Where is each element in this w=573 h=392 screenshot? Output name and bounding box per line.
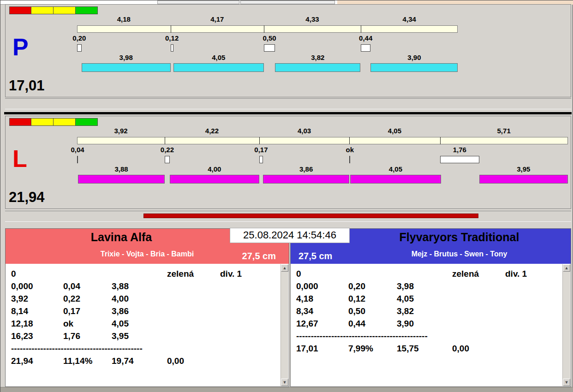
lane-letter: P bbox=[12, 35, 29, 59]
run-time-label: 4,05 bbox=[389, 165, 402, 173]
table-row: 21,9411,14%19,740,00 bbox=[11, 355, 277, 367]
lane-chart-p: 4,180,203,984,170,124,054,330,503,824,34… bbox=[6, 5, 571, 97]
vertical-scrollbar[interactable]: ▲ ▼ bbox=[281, 264, 288, 386]
table-cell bbox=[220, 292, 277, 305]
table-cell: 0,000 bbox=[296, 280, 348, 292]
change-time-label: 0,44 bbox=[359, 34, 372, 42]
dog-run-bar bbox=[479, 175, 568, 184]
change-time-label: 0,20 bbox=[72, 34, 86, 42]
split-time-label: 5,71 bbox=[497, 127, 511, 135]
change-time-box bbox=[259, 156, 263, 163]
table-row: 0,0000,203,98 bbox=[296, 280, 559, 292]
table-cell: 0,000 bbox=[11, 280, 63, 292]
table-cell: 0,20 bbox=[348, 280, 397, 292]
run-time-label: 3,82 bbox=[311, 53, 324, 61]
table-cell bbox=[452, 292, 505, 305]
table-row: 16,231,763,95 bbox=[11, 330, 277, 342]
change-time-box bbox=[165, 156, 170, 163]
dog-run-bar bbox=[78, 175, 165, 184]
table-cell bbox=[220, 305, 277, 317]
scroll-up-icon[interactable]: ▲ bbox=[281, 264, 288, 272]
table-cell: 3,95 bbox=[112, 330, 167, 342]
table-cell: div. 1 bbox=[505, 267, 559, 280]
table-cell: 0,50 bbox=[348, 305, 397, 317]
table-row: 0zelenádiv. 1 bbox=[296, 267, 559, 280]
table-row: 0zelenádiv. 1 bbox=[11, 267, 277, 280]
table-cell: 4,05 bbox=[397, 292, 452, 305]
table-cell: 0 bbox=[11, 267, 63, 280]
table-cell: 3,82 bbox=[397, 305, 452, 317]
table-cell: 12,18 bbox=[11, 317, 63, 330]
table-cell: 19,74 bbox=[112, 355, 167, 367]
change-time-label: 1,76 bbox=[453, 146, 466, 154]
table-cell: 7,99% bbox=[348, 342, 397, 355]
change-time-label: ok bbox=[346, 146, 354, 154]
change-time-label: 0,50 bbox=[263, 34, 276, 42]
table-cell bbox=[505, 342, 559, 355]
table-cell bbox=[220, 317, 277, 330]
segment-tick bbox=[361, 25, 361, 33]
table-cell: 3,88 bbox=[112, 280, 167, 292]
dog-run-bar bbox=[82, 63, 171, 72]
change-time-box bbox=[440, 156, 479, 163]
change-time-box bbox=[349, 156, 350, 163]
dog-run-bar bbox=[173, 63, 264, 72]
table-cell bbox=[167, 280, 220, 292]
split-time-label: 3,92 bbox=[114, 127, 127, 135]
run-time-label: 4,00 bbox=[208, 165, 221, 173]
lane-panel-p: 4,180,203,984,170,124,054,330,503,824,34… bbox=[5, 4, 571, 97]
table-cell bbox=[63, 267, 112, 280]
spacer-strip bbox=[5, 98, 571, 109]
vertical-scrollbar[interactable]: ▲ ▼ bbox=[562, 264, 570, 386]
dog-run-bar bbox=[370, 63, 458, 72]
table-cell: 0,00 bbox=[167, 355, 220, 367]
table-row: 0,0000,043,88 bbox=[11, 280, 277, 292]
lane-letter: L bbox=[12, 147, 27, 171]
change-time-label: 0,22 bbox=[161, 146, 174, 154]
segment-tick bbox=[440, 137, 441, 144]
table-cell: 16,23 bbox=[11, 330, 63, 342]
table-cell bbox=[348, 267, 397, 280]
taskbar-strip bbox=[0, 387, 573, 392]
scroll-down-icon[interactable]: ▼ bbox=[563, 379, 570, 386]
table-cell bbox=[167, 305, 220, 317]
change-time-label: 0,12 bbox=[165, 34, 179, 42]
change-time-label: 0,04 bbox=[71, 146, 84, 154]
segment-tick bbox=[259, 137, 260, 144]
table-cell: 8,34 bbox=[296, 305, 348, 317]
table-cell bbox=[167, 330, 220, 342]
table-cell: 17,01 bbox=[296, 342, 348, 355]
table-cell: zelená bbox=[452, 267, 505, 280]
app-window: 4,180,203,984,170,124,054,330,503,824,34… bbox=[0, 0, 573, 392]
table-row: 4,180,124,05 bbox=[296, 292, 559, 305]
lane-divider bbox=[4, 112, 572, 114]
split-time-label: 4,18 bbox=[117, 15, 131, 23]
results-table: 0zelenádiv. 10,0000,043,883,920,224,008,… bbox=[6, 264, 289, 386]
table-cell: 3,98 bbox=[397, 280, 452, 292]
scroll-down-icon[interactable]: ▼ bbox=[281, 379, 288, 386]
table-cell: ok bbox=[63, 317, 112, 330]
results-table: 0zelenádiv. 10,0000,203,984,180,124,058,… bbox=[291, 264, 571, 386]
table-cell bbox=[167, 292, 220, 305]
change-time-box bbox=[77, 44, 82, 52]
table-row: 8,340,503,82 bbox=[296, 305, 559, 317]
lane-total-time: 21,94 bbox=[9, 189, 45, 206]
change-time-box bbox=[264, 44, 275, 52]
run-time-label: 3,98 bbox=[119, 53, 133, 61]
table-row: 12,18ok4,05 bbox=[11, 317, 277, 330]
split-time-label: 4,33 bbox=[305, 15, 319, 23]
background-window-fragment bbox=[240, 0, 335, 4]
team-panel-right: Flyvaryors Traditional Mejz - Brutus - S… bbox=[290, 228, 571, 387]
table-cell: 3,86 bbox=[112, 305, 167, 317]
table-cell: 0,44 bbox=[348, 317, 397, 330]
table-cell bbox=[220, 355, 277, 367]
table-separator: ----------------------------------------… bbox=[296, 330, 559, 342]
change-time-box bbox=[77, 156, 78, 163]
datetime-display: 25.08.2024 14:54:46 bbox=[230, 228, 350, 243]
table-cell: 0,12 bbox=[348, 292, 397, 305]
table-cell: 3,90 bbox=[397, 317, 452, 330]
lane-panel-l: 3,920,043,884,220,224,004,030,173,864,05… bbox=[5, 116, 571, 209]
scroll-up-icon[interactable]: ▲ bbox=[563, 264, 570, 272]
table-cell bbox=[505, 280, 559, 292]
table-cell bbox=[505, 305, 559, 317]
